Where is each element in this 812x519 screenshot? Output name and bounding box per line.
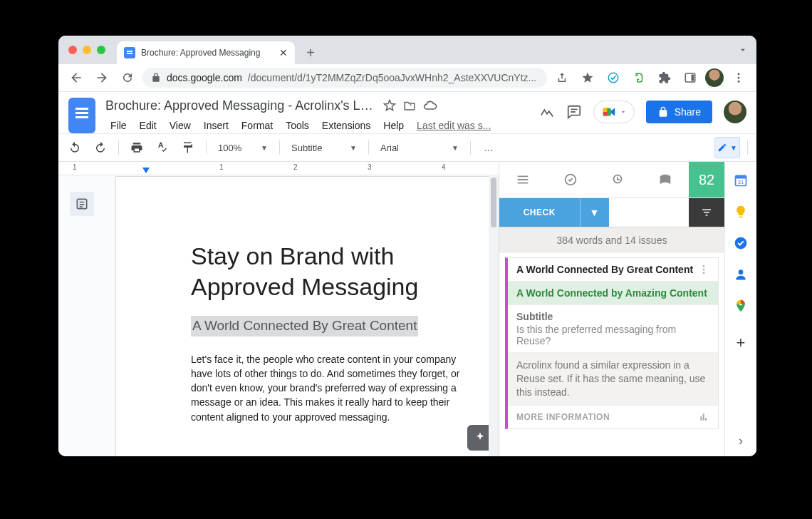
- back-button[interactable]: [66, 67, 87, 88]
- check-dropdown[interactable]: ▼: [580, 198, 609, 227]
- spellcheck-button[interactable]: [152, 137, 173, 158]
- bookmark-icon[interactable]: [577, 67, 598, 88]
- meet-button[interactable]: [593, 101, 635, 123]
- contacts-app-icon[interactable]: [725, 259, 756, 290]
- acro-menu-icon[interactable]: [499, 162, 547, 197]
- tabs-overflow-icon[interactable]: [738, 36, 748, 64]
- tab-strip: Brochure: Approved Messaging ✕ +: [58, 36, 756, 64]
- last-edit-link[interactable]: Last edit was s...: [412, 118, 496, 133]
- acro-issue-card[interactable]: A World Connected By Great Content A Wor…: [505, 257, 719, 429]
- browser-window: Brochure: Approved Messaging ✕ + docs.go…: [58, 36, 756, 456]
- close-tab-icon[interactable]: ✕: [279, 47, 288, 58]
- editing-mode-button[interactable]: ▼: [714, 137, 740, 158]
- acrolinx-nav: 82: [499, 162, 724, 198]
- menu-help[interactable]: Help: [378, 118, 409, 133]
- menu-format[interactable]: Format: [236, 118, 278, 133]
- style-combo[interactable]: Subtitle ▼: [287, 138, 361, 158]
- new-tab-button[interactable]: +: [301, 43, 321, 63]
- undo-button[interactable]: [64, 137, 85, 158]
- paint-format-button[interactable]: [177, 137, 199, 158]
- add-addon-icon[interactable]: +: [725, 327, 756, 359]
- main-area: 1 1 2 3 4 Stay on Brand with Approved Me…: [58, 162, 756, 456]
- url-host: docs.google.com: [167, 72, 242, 83]
- evernote-extension-icon[interactable]: [628, 67, 650, 88]
- acrolinx-check-row: CHECK ▼: [499, 198, 724, 227]
- document-page[interactable]: Stay on Brand with Approved Messaging A …: [115, 176, 499, 456]
- indent-marker-icon[interactable]: [142, 168, 150, 173]
- toolbar-more-icon[interactable]: …: [478, 137, 499, 158]
- menu-extensions[interactable]: Extensions: [317, 118, 375, 133]
- card-more[interactable]: MORE INFORMATION: [508, 406, 718, 428]
- minimize-window-icon[interactable]: [83, 46, 91, 54]
- document-title[interactable]: Brochure: Approved Messaging - Acrolinx'…: [105, 98, 376, 113]
- profile-avatar[interactable]: [705, 68, 724, 87]
- acro-summary: 384 words and 14 issues: [499, 227, 724, 253]
- menu-file[interactable]: File: [105, 118, 132, 133]
- print-button[interactable]: [126, 137, 147, 158]
- share-button[interactable]: Share: [646, 101, 712, 123]
- font-combo[interactable]: Arial ▼: [376, 138, 463, 158]
- page-subtitle-selected[interactable]: A World Connected By Great Content: [191, 316, 418, 336]
- star-icon[interactable]: [383, 99, 396, 112]
- check-button[interactable]: CHECK: [499, 198, 580, 227]
- card-suggestion[interactable]: A World Connected by Amazing Content: [508, 282, 718, 305]
- menu-kebab-icon[interactable]: [728, 67, 749, 88]
- share-label: Share: [675, 106, 701, 118]
- outline-toggle-button[interactable]: [70, 192, 94, 216]
- docs-favicon-icon: [124, 47, 135, 58]
- font-value: Arial: [380, 143, 447, 153]
- style-value: Subtitle: [291, 143, 345, 153]
- zoom-combo[interactable]: 100% ▼: [214, 138, 272, 158]
- move-icon[interactable]: [403, 99, 416, 112]
- calendar-app-icon[interactable]: 31: [725, 165, 756, 196]
- browser-tab[interactable]: Brochure: Approved Messaging ✕: [117, 41, 295, 64]
- window-controls: [68, 36, 117, 64]
- svg-point-18: [739, 269, 744, 274]
- svg-point-12: [703, 269, 705, 271]
- horizontal-ruler[interactable]: 1 1 2 3 4: [58, 162, 499, 175]
- vertical-scrollbar[interactable]: [489, 175, 499, 456]
- tasks-app-icon[interactable]: [725, 227, 756, 259]
- card-menu-icon[interactable]: [698, 264, 709, 275]
- svg-point-5: [738, 81, 740, 83]
- collapse-sidebar-icon[interactable]: ›: [739, 425, 743, 456]
- pencil-icon: [717, 143, 727, 153]
- docs-logo-icon[interactable]: [68, 98, 95, 133]
- menu-edit[interactable]: Edit: [135, 118, 162, 133]
- comments-icon[interactable]: [566, 104, 582, 120]
- filter-button[interactable]: [689, 198, 724, 227]
- menu-tools[interactable]: Tools: [281, 118, 314, 133]
- svg-point-4: [738, 77, 740, 79]
- scroll-thumb[interactable]: [491, 178, 496, 227]
- extensions-puzzle-icon[interactable]: [654, 67, 675, 88]
- acro-search-icon[interactable]: [594, 162, 642, 197]
- acro-library-icon[interactable]: [642, 162, 689, 197]
- reload-button[interactable]: [117, 67, 138, 88]
- extension-checkmark-icon[interactable]: [603, 67, 624, 88]
- activity-icon[interactable]: [539, 104, 555, 120]
- menu-view[interactable]: View: [165, 118, 196, 133]
- close-window-icon[interactable]: [68, 46, 77, 54]
- acro-goals-icon[interactable]: [547, 162, 595, 197]
- account-avatar[interactable]: [724, 101, 746, 123]
- menu-insert[interactable]: Insert: [199, 118, 234, 133]
- fullscreen-window-icon[interactable]: [97, 46, 105, 54]
- toolbar: 100% ▼ Subtitle ▼ Arial ▼ … ▼: [58, 133, 756, 162]
- svg-rect-8: [603, 112, 607, 116]
- keep-app-icon[interactable]: [725, 196, 756, 227]
- zoom-value: 100%: [218, 143, 256, 153]
- url-field[interactable]: docs.google.com/document/d/1yT2MMZqZrDq5…: [142, 68, 547, 88]
- svg-text:31: 31: [738, 179, 744, 185]
- right-sidebar: 31 + ›: [724, 162, 756, 456]
- document-scroll[interactable]: 1 1 2 3 4 Stay on Brand with Approved Me…: [58, 162, 499, 456]
- share-page-icon[interactable]: [551, 67, 573, 88]
- maps-app-icon[interactable]: [725, 290, 756, 322]
- side-panel-icon[interactable]: [680, 67, 701, 88]
- ruler-mark: 1: [73, 163, 77, 171]
- lock-icon: [151, 73, 161, 83]
- forward-button[interactable]: [91, 67, 113, 88]
- acro-score[interactable]: 82: [689, 162, 724, 197]
- cloud-status-icon[interactable]: [423, 98, 437, 113]
- redo-button[interactable]: [90, 137, 111, 158]
- ruler-mark: 4: [442, 163, 446, 171]
